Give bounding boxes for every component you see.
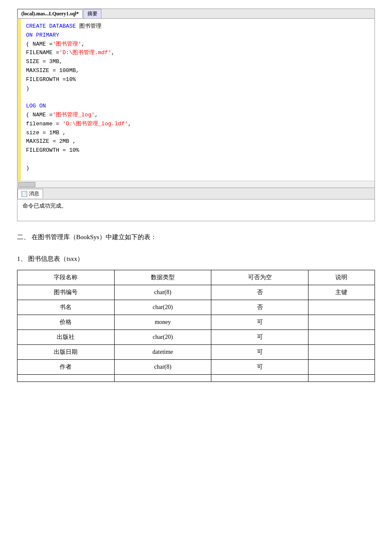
editor-body: CREATE DATABASE 图书管理 ON PRIMARY ( NAME =…: [17, 19, 375, 181]
sql-editor-panel: (local).mas...LQuery1.sql* 摘要 CREATE DAT…: [17, 9, 375, 188]
code-line-10: ( NAME ='图书管理_log',: [26, 111, 369, 120]
editor-tab[interactable]: (local).mas...LQuery1.sql*: [17, 9, 83, 18]
table-cell: 可: [211, 345, 308, 360]
code-line-12: size = 1MB ,: [26, 129, 369, 138]
scrollbar-thumb[interactable]: [18, 182, 35, 187]
table-cell: money: [114, 315, 211, 330]
line-gutter: [17, 19, 21, 181]
message-tab-bar: 📄 消息: [17, 188, 375, 199]
section-1-label: 二、 在图书管理库（BookSys）中建立如下的表：: [17, 234, 157, 240]
table-cell: [308, 330, 375, 345]
table-cell: 作者: [17, 360, 115, 375]
table-row: 价格money可: [17, 315, 375, 330]
col-header-datatype: 数据类型: [114, 270, 211, 285]
table-cell: 否: [211, 285, 308, 300]
horizontal-scrollbar[interactable]: www.bdocx.com: [17, 181, 375, 188]
table-row: 出版日期datetime可: [17, 345, 375, 360]
code-line-1: CREATE DATABASE 图书管理: [26, 22, 369, 31]
code-line-3: ( NAME ='图书管理',: [26, 40, 369, 49]
message-text: 命令已成功完成。: [23, 202, 67, 209]
code-line-14: FILEGROWTH = 10%: [26, 146, 369, 155]
message-panel: 📄 消息 命令已成功完成。: [17, 188, 375, 221]
table-cell: 否: [211, 300, 308, 315]
table-row: 作者char(8)可: [17, 360, 375, 375]
table-cell: [308, 300, 375, 315]
code-line-9: LOG ON: [26, 102, 369, 111]
code-line-2: ON PRIMARY: [26, 31, 369, 40]
table-row: 出版社char(20)可: [17, 330, 375, 345]
code-line-13: MAXSIZE = 2MB ,: [26, 137, 369, 146]
section-1-text: 二、 在图书管理库（BookSys）中建立如下的表：: [17, 231, 375, 243]
code-line-blank1: [26, 93, 369, 102]
table-row: 图书编号char(8)否主键: [17, 285, 375, 300]
message-tab[interactable]: 📄 消息: [17, 189, 43, 198]
code-line-4: FILENAME ='D:\图书管理.mdf',: [26, 49, 369, 58]
table-row: 书名char(20)否: [17, 300, 375, 315]
section-2-text: 1、 图书信息表（tsxx）: [17, 253, 375, 265]
table-cell: [308, 315, 375, 330]
table-cell: 出版社: [17, 330, 115, 345]
summary-label: 摘要: [87, 11, 98, 17]
table-cell: [211, 375, 308, 382]
table-cell: 出版日期: [17, 345, 115, 360]
code-line-11: filename = 'D:\图书管理_log.ldf',: [26, 120, 369, 129]
code-line-5: SIZE = 3MB,: [26, 58, 369, 66]
editor-tab-summary[interactable]: 摘要: [84, 9, 101, 18]
table-cell: [308, 375, 375, 382]
table-cell: char(8): [114, 285, 211, 300]
table-cell: [114, 375, 211, 382]
table-cell: 可: [211, 330, 308, 345]
code-line-7: FILEGROWTH =10%: [26, 75, 369, 84]
code-line-6: MAXSIZE = 100MB,: [26, 66, 369, 75]
table-cell: [308, 345, 375, 360]
message-icon: 📄: [21, 191, 27, 197]
code-line-blank2: [26, 155, 369, 164]
table-cell: char(8): [114, 360, 211, 375]
table-cell: char(20): [114, 300, 211, 315]
table-cell: 书名: [17, 300, 115, 315]
table-header-row: 字段名称 数据类型 可否为空 说明: [17, 270, 375, 285]
table-cell: datetime: [114, 345, 211, 360]
col-header-nullable: 可否为空: [211, 270, 308, 285]
code-line-8: ): [26, 84, 369, 93]
message-body: 命令已成功完成。: [17, 199, 375, 221]
table-cell: 价格: [17, 315, 115, 330]
table-cell: 图书编号: [17, 285, 115, 300]
code-area[interactable]: CREATE DATABASE 图书管理 ON PRIMARY ( NAME =…: [21, 19, 375, 181]
table-row: [17, 375, 375, 382]
table-cell: char(20): [114, 330, 211, 345]
section-2-label: 1、 图书信息表（tsxx）: [17, 255, 84, 262]
table-cell: [308, 360, 375, 375]
editor-tab-label: (local).mas...LQuery1.sql*: [21, 11, 79, 17]
message-tab-label: 消息: [29, 190, 39, 197]
col-header-note: 说明: [308, 270, 375, 285]
table-cell: [17, 375, 115, 382]
col-header-fieldname: 字段名称: [17, 270, 115, 285]
table-cell: 主键: [308, 285, 375, 300]
code-line-15: ): [26, 164, 369, 173]
editor-tab-bar: (local).mas...LQuery1.sql* 摘要: [17, 9, 375, 19]
table-cell: 可: [211, 315, 308, 330]
table-cell: 可: [211, 360, 308, 375]
field-table: 字段名称 数据类型 可否为空 说明 图书编号char(8)否主键书名char(2…: [17, 270, 375, 382]
